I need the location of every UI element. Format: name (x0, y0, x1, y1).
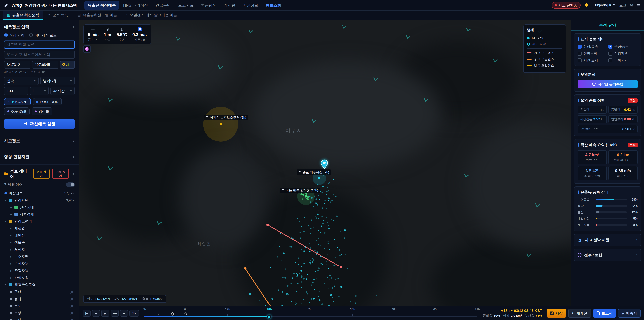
tree-expand-icon[interactable]: ▸ (10, 276, 12, 279)
nav-item[interactable]: 통합조회 (262, 1, 284, 10)
model-chip[interactable]: OpenDrift (4, 107, 30, 115)
timeline-tick-label[interactable]: 24h (308, 308, 313, 311)
layer-tree-item[interactable]: ▸ 서식지 (3, 246, 76, 253)
layer-tree-item[interactable]: ▸ 환경생태 (3, 204, 76, 211)
display-option-checkbox[interactable]: 유향/유속 (578, 44, 607, 49)
timeline-tick-label[interactable]: 72h (475, 308, 480, 311)
layer-tree-item[interactable]: ▾ 민감자원 3,947 (3, 197, 76, 204)
all-layers-on-button[interactable]: 전체 켜기 (33, 169, 50, 179)
tree-expand-icon[interactable]: ▸ (10, 255, 12, 258)
tree-expand-icon[interactable]: ▸ (10, 206, 12, 209)
all-layers-toggle[interactable] (66, 182, 75, 187)
timeline-track[interactable] (144, 316, 477, 317)
accident-info-header[interactable]: 사고정보▶ (0, 133, 79, 149)
timeline-tick-label[interactable]: 48h (392, 308, 397, 311)
display-option-checkbox[interactable]: 연안부착 (578, 51, 607, 56)
report-button[interactable]: 보고서 (593, 309, 616, 318)
accident-name-input[interactable] (4, 41, 75, 49)
layer-tree-item[interactable]: ▾ 해경관할구역 (3, 281, 76, 288)
tree-expand-icon[interactable]: ▸ (10, 227, 12, 230)
display-option-checkbox[interactable]: 시간 표시 (578, 58, 607, 63)
polygon-analysis-button[interactable]: 다각형 분석수행 (578, 80, 638, 88)
zoom-to-layer-button[interactable] (70, 304, 74, 308)
layer-tree-item[interactable]: ▸ 사회경제 (3, 211, 76, 218)
tree-expand-icon[interactable]: ▸ (10, 213, 12, 216)
layer-tree-item[interactable]: ▾ 민감도평가 (3, 218, 76, 225)
predict-button[interactable]: ▶예측지 (618, 309, 641, 318)
display-option-checkbox[interactable]: 날짜시간 (608, 58, 638, 63)
timeline-tick-label[interactable]: 36h (350, 308, 355, 311)
skip-end-button[interactable]: ▶| (120, 310, 128, 317)
tab[interactable]: ▦ 유출유 확산분석 (3, 11, 44, 20)
step-back-button[interactable]: ◀ (92, 310, 100, 317)
tab[interactable]: ℹ 오일펜스 배치 알고리즘 이론 (122, 11, 182, 20)
marker-label-beach[interactable]: 종포 해수욕장 (9h) (296, 169, 331, 175)
tree-expand-icon[interactable]: ▸ (10, 241, 12, 244)
layer-tree-item[interactable]: ▸ 수산자원 (3, 260, 76, 267)
timeline-tick-label[interactable]: 0h (142, 308, 146, 311)
tree-expand-icon[interactable]: ▸ (10, 234, 12, 237)
nav-item[interactable]: 긴급구난 (152, 1, 174, 10)
display-option-checkbox[interactable]: 풍향/풍속 (608, 44, 638, 49)
model-chip[interactable]: 앙상블 (32, 107, 52, 115)
map-pick-button[interactable]: 지도 (60, 61, 75, 69)
marker-label-farm[interactable]: 국동 전복 양식장 (18h) (280, 188, 320, 193)
layer-tree-item[interactable]: ▸ 산업자원 (3, 274, 76, 281)
layer-tree-item[interactable]: 보령 (3, 309, 76, 316)
tree-expand-icon[interactable]: ▸ (10, 262, 12, 265)
owner-insurance-row[interactable]: 선주 / 보험› (574, 249, 641, 261)
layer-tree-item[interactable]: ▸ 해안선 (3, 232, 76, 239)
menu-icon[interactable]: ≡ (637, 2, 640, 8)
map-canvas[interactable]: 여수시 화양면 (79, 21, 571, 306)
timeline-ruler[interactable]: 0h 6h 12h 18h 24h 36 (144, 306, 477, 320)
nav-item[interactable]: HNS·대기확산 (120, 1, 151, 10)
input-mode-radio[interactable]: 직접 입력 (4, 33, 24, 38)
zoom-to-layer-button[interactable] (70, 290, 74, 294)
user-name[interactable]: Eunjeong Kim (593, 3, 616, 8)
tree-expand-icon[interactable]: ▸ (10, 269, 12, 272)
layer-tree-item[interactable]: ▸ 관광자원 (3, 267, 76, 274)
tab[interactable]: ≡ 분석 목록 (44, 11, 72, 20)
input-mode-radio[interactable]: 이미지 업로드 (29, 33, 57, 38)
layer-tree-item[interactable]: 동해 (3, 295, 76, 302)
timeline-tick-label[interactable]: 18h (266, 308, 272, 311)
oil-type-select[interactable]: 벙커C유▼ (40, 77, 75, 85)
latitude-input[interactable] (4, 61, 30, 69)
fence-deploy-marker[interactable] (171, 312, 174, 316)
tree-expand-icon[interactable]: ▾ (4, 283, 7, 286)
tab[interactable]: ▤ 유출유확산모델 이론 (73, 11, 122, 20)
info-layers-header[interactable]: 정보 레이어 전체 켜기 전체 끄기 ▼ (0, 165, 79, 182)
display-option-checkbox[interactable]: 민감자원 (608, 51, 638, 56)
fast-forward-button[interactable]: ▶▶ (111, 310, 119, 317)
nav-item[interactable]: 게시판 (220, 1, 239, 10)
speed-button[interactable]: 1× (130, 310, 139, 317)
unit-select[interactable]: kL▼ (30, 87, 49, 95)
zoom-to-layer-button[interactable] (70, 318, 74, 320)
layer-tree-item[interactable]: 부산 (3, 316, 76, 320)
layer-tree-item[interactable]: ▸ 생물종 (3, 239, 76, 246)
amount-input[interactable] (4, 87, 28, 95)
save-button[interactable]: 저장 (547, 309, 566, 318)
nav-item[interactable]: 보고자료 (175, 1, 197, 10)
prediction-input-header[interactable]: 예측정보 입력▼ (4, 24, 75, 30)
play-button[interactable]: ▶ (101, 310, 109, 317)
map-style-button[interactable] (83, 45, 90, 53)
impact-resources-header[interactable]: 영향 민감자원▶ (0, 149, 79, 165)
tree-expand-icon[interactable]: ▾ (4, 220, 7, 223)
left-sidebar[interactable]: 예측정보 입력▼ 직접 입력 이미지 업로드 지도 (0, 21, 79, 320)
analysis-summary-panel[interactable]: 분석 요약 표시 정보 제어 유향/유속 (571, 21, 644, 306)
spill-type-select[interactable]: 연속▼ (4, 77, 38, 85)
layer-tree-item[interactable]: ▸ 계절별 (3, 225, 76, 232)
nav-item[interactable]: 항공탐색 (198, 1, 220, 10)
duration-select[interactable]: 48시간▼ (50, 87, 75, 95)
recalculate-button[interactable]: ↻재계산 (568, 309, 591, 318)
timeline-tick-label[interactable]: 60h (433, 308, 438, 311)
layer-tree-item[interactable]: ▸ 보호지역 (3, 253, 76, 260)
layer-tree-item[interactable]: 목포 (3, 302, 76, 309)
accident-list-input[interactable] (4, 51, 75, 59)
layer-tree-item[interactable]: 군산 (3, 288, 76, 295)
zoom-to-layer-button[interactable] (70, 311, 74, 315)
tree-expand-icon[interactable]: ▸ (10, 248, 12, 251)
vessel-specs-row[interactable]: 사고 선박 제원› (574, 234, 641, 246)
incident-status-badge[interactable]: 사고 진행중 (552, 2, 580, 9)
